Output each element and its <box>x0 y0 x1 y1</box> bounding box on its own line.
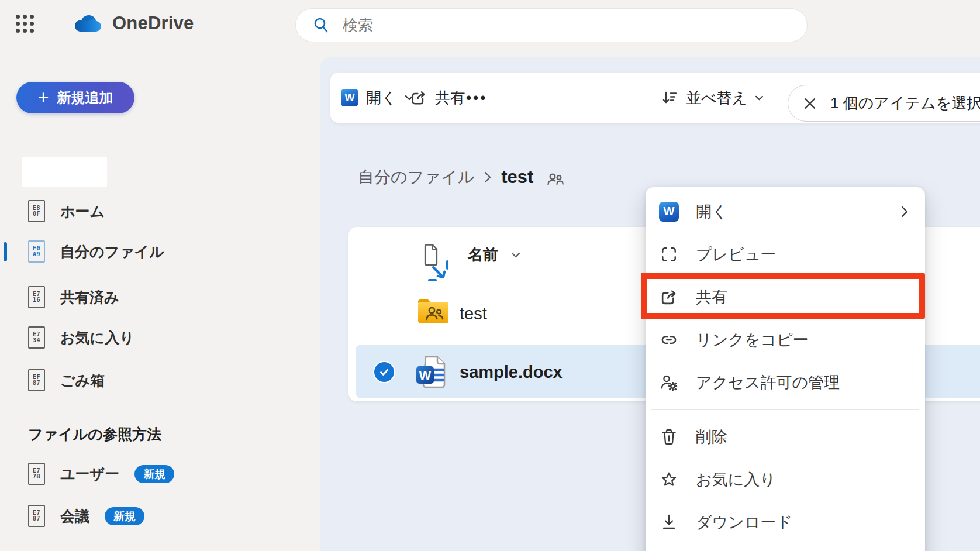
share-icon <box>410 89 427 106</box>
sort-label: 並べ替え <box>686 88 747 108</box>
search-input[interactable] <box>341 16 801 35</box>
sidebar-item-label: 会議 <box>60 507 89 526</box>
app-title: OneDrive <box>112 13 194 34</box>
menu-item-favorite[interactable]: お気に入り <box>646 458 925 501</box>
sort-button[interactable]: 並べ替え <box>661 73 764 123</box>
link-icon <box>658 330 679 349</box>
menu-item-label: ダウンロード <box>696 512 909 533</box>
sidebar-item-label: ホーム <box>60 202 105 221</box>
chevron-right-icon <box>484 171 492 184</box>
new-badge: 新規 <box>134 465 174 483</box>
add-new-label: 新規追加 <box>57 88 113 107</box>
recycle-bin-icon: EF87 <box>28 369 45 391</box>
context-menu: W 開く プレビュー 共有 <box>646 187 925 551</box>
chevron-down-icon <box>755 95 764 101</box>
menu-item-download[interactable]: ダウンロード <box>646 501 925 543</box>
file-name: sample.docx <box>460 343 563 401</box>
share-button[interactable]: 共有 <box>410 73 465 123</box>
sidebar-section-header: ファイルの参照方法 <box>28 423 161 445</box>
people-icon: E77B <box>28 463 45 485</box>
clear-selection-icon[interactable] <box>803 97 816 110</box>
star-icon <box>658 470 679 489</box>
svg-text:W: W <box>419 368 432 383</box>
menu-item-label: リンクをコピー <box>696 329 909 350</box>
chevron-down-icon <box>511 252 520 258</box>
plus-icon: + <box>38 88 49 106</box>
selected-check-icon[interactable] <box>374 362 394 382</box>
share-label: 共有 <box>435 88 465 108</box>
sidebar-item-label: お気に入り <box>60 328 134 347</box>
sidebar-item-label: 自分のファイル <box>60 242 164 261</box>
shared-people-icon <box>546 171 565 187</box>
menu-item-delete[interactable]: 削除 <box>646 415 925 458</box>
open-button[interactable]: W 開く <box>341 73 414 123</box>
sidebar-item-favorites[interactable]: E734 お気に入り <box>28 326 134 349</box>
sidebar-item-label: 共有済み <box>60 288 119 307</box>
sidebar-item-home[interactable]: E80F ホーム <box>28 199 105 223</box>
add-new-button[interactable]: + 新規追加 <box>16 82 134 113</box>
menu-item-label: 削除 <box>696 426 909 447</box>
breadcrumb-current[interactable]: test <box>501 167 533 188</box>
menu-item-open[interactable]: W 開く <box>646 190 925 233</box>
menu-item-label: 共有 <box>696 287 909 308</box>
sidebar-item-shared[interactable]: E716 共有済み <box>28 285 119 309</box>
word-document-icon: W <box>414 354 453 391</box>
file-name: test <box>460 284 487 343</box>
search-icon <box>312 16 330 34</box>
sidebar-item-my-files[interactable]: F0A9 自分のファイル <box>28 240 164 263</box>
sidebar-item-people[interactable]: E77B ユーザー 新規 <box>28 462 174 485</box>
onedrive-cloud-icon <box>71 13 102 33</box>
menu-item-manage-access[interactable]: アクセス許可の管理 <box>646 361 925 404</box>
sort-icon <box>661 89 678 106</box>
onedrive-logo[interactable]: OneDrive <box>71 13 194 34</box>
selected-item-indicator <box>4 242 7 261</box>
shared-icon: E716 <box>28 286 45 308</box>
meetings-icon: E787 <box>28 505 45 527</box>
breadcrumb-parent[interactable]: 自分のファイル <box>358 166 474 188</box>
search-bar[interactable] <box>295 8 808 42</box>
sidebar-item-meetings[interactable]: E787 会議 新規 <box>28 504 144 528</box>
open-label: 開く <box>366 88 397 108</box>
new-badge: 新規 <box>105 507 144 525</box>
more-commands-button[interactable]: ••• <box>466 73 487 123</box>
home-icon: E80F <box>28 200 45 222</box>
menu-item-label: 開く <box>696 201 884 222</box>
word-icon: W <box>341 89 358 106</box>
manage-access-icon <box>658 373 679 392</box>
breadcrumb: 自分のファイル test <box>358 166 565 188</box>
menu-item-label: アクセス許可の管理 <box>696 372 909 393</box>
trash-icon <box>658 428 679 446</box>
shared-folder-icon <box>416 297 450 325</box>
sidebar-item-recycle-bin[interactable]: EF87 ごみ箱 <box>28 369 105 392</box>
my-files-icon: F0A9 <box>28 240 45 263</box>
menu-item-copy-link[interactable]: リンクをコピー <box>646 318 925 361</box>
word-icon: W <box>659 202 679 222</box>
menu-item-share[interactable]: 共有 <box>646 276 925 318</box>
app-launcher-icon[interactable] <box>14 13 35 34</box>
menu-item-label: プレビュー <box>696 244 909 265</box>
selection-status-pill[interactable]: 1 個のアイテムを選択 <box>788 85 980 122</box>
selection-status-label: 1 個のアイテムを選択 <box>830 93 980 113</box>
submenu-chevron-icon <box>900 205 909 219</box>
redacted-account-name <box>22 157 107 187</box>
more-icon: ••• <box>466 89 487 107</box>
preview-icon <box>658 246 679 263</box>
click-annotation-icon <box>427 260 456 288</box>
menu-separator <box>646 404 925 415</box>
sidebar-item-label: ユーザー <box>60 464 119 484</box>
menu-item-preview[interactable]: プレビュー <box>646 233 925 276</box>
column-header-label: 名前 <box>468 244 498 265</box>
favorites-icon: E734 <box>28 326 45 349</box>
sidebar-item-label: ごみ箱 <box>60 371 105 390</box>
menu-item-label: お気に入り <box>696 469 909 490</box>
download-icon <box>658 513 679 532</box>
share-icon <box>658 288 679 307</box>
